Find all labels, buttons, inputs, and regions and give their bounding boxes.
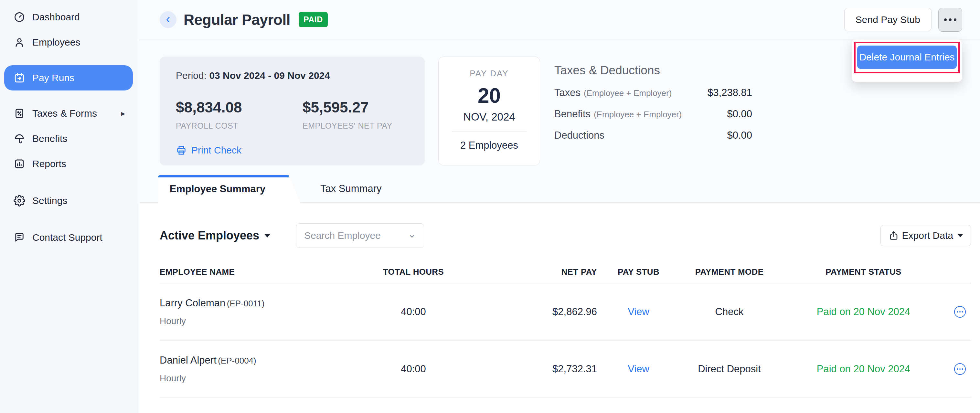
table-row: Larry Coleman (EP-0011) Hourly 40:00 $2,…: [160, 283, 971, 341]
chevron-right-icon: ▸: [121, 109, 127, 118]
benefits-icon: [13, 132, 26, 145]
tab-employee-summary[interactable]: Employee Summary: [158, 175, 300, 203]
column-header: PAYMENT STATUS: [779, 267, 948, 277]
payment-status-cell: Paid on 20 Nov 2024: [779, 306, 948, 318]
more-options-dropdown: Delete Journal Entries: [852, 40, 962, 82]
ellipsis-icon: [962, 311, 963, 313]
sidebar-item-pay-runs[interactable]: Pay Runs: [4, 65, 133, 91]
taxes-row: Taxes (Employee + Employer) $3,238.81: [554, 87, 752, 98]
column-header: PAY STUB: [597, 267, 680, 277]
pay-stub-view-link[interactable]: View: [597, 363, 680, 375]
sidebar-group-gap: [0, 91, 139, 101]
send-pay-stub-button[interactable]: Send Pay Stub: [844, 8, 932, 31]
taxes-deductions-panel: Taxes & Deductions Taxes (Employee + Emp…: [554, 57, 752, 165]
employee-name: Daniel Alpert: [160, 354, 216, 366]
deductions-row: Deductions $0.00: [554, 130, 752, 141]
sidebar-item-label: Contact Support: [32, 232, 102, 243]
net-pay-cell: $2,862.96: [444, 306, 597, 318]
export-icon: [889, 230, 899, 241]
sidebar-item-label: Dashboard: [32, 12, 80, 22]
employee-filter-label: Active Employees: [160, 229, 259, 242]
employees-count: 2 Employees: [439, 140, 540, 151]
net-pay-cell: $2,732.31: [444, 363, 597, 375]
sidebar-item-label: Employees: [32, 37, 80, 48]
sidebar: Dashboard Employees Pay Runs Taxes & For…: [0, 0, 139, 413]
sidebar-group-gap: [0, 176, 139, 188]
employee-id: (EP-0004): [218, 356, 256, 365]
search-employee-placeholder: Search Employee: [304, 230, 381, 241]
total-hours-cell: 40:00: [383, 363, 444, 375]
payroll-cost-value: $8,834.08: [176, 98, 302, 116]
tax-row-label: Benefits: [554, 108, 590, 120]
export-data-button[interactable]: Export Data: [880, 225, 971, 246]
sidebar-group-gap: [0, 55, 139, 65]
net-pay-block: $5,595.27 EMPLOYEES' NET PAY: [302, 98, 392, 130]
sidebar-item-dashboard[interactable]: Dashboard: [4, 5, 133, 30]
employee-id: (EP-0011): [227, 299, 265, 308]
sidebar-item-label: Settings: [32, 195, 67, 206]
ellipsis-icon: [962, 369, 963, 370]
sidebar-item-label: Pay Runs: [32, 72, 74, 83]
contact-support-icon: [13, 231, 26, 244]
tab-tax-summary[interactable]: Tax Summary: [300, 175, 401, 202]
column-header: NET PAY: [444, 267, 597, 277]
page-header: ‹ Regular Payroll PAID Send Pay Stub: [139, 0, 980, 40]
benefits-row: Benefits (Employee + Employer) $0.00: [554, 108, 752, 120]
sidebar-item-label: Taxes & Forms: [32, 108, 97, 119]
employee-name-cell: Daniel Alpert (EP-0004) Hourly: [160, 354, 383, 384]
row-actions-cell: [948, 363, 971, 375]
employee-name: Larry Coleman: [160, 297, 225, 309]
row-more-options-button[interactable]: [954, 363, 966, 375]
ellipsis-icon: [954, 18, 956, 21]
tax-row-value: $0.00: [727, 108, 752, 120]
dashboard-icon: [13, 11, 26, 24]
net-pay-value: $5,595.27: [302, 98, 392, 116]
sidebar-item-reports[interactable]: Reports: [4, 151, 133, 176]
tax-row-label: Taxes: [554, 87, 581, 98]
delete-journal-entries-button[interactable]: Delete Journal Entries: [857, 46, 957, 69]
row-more-options-button[interactable]: [954, 306, 966, 318]
net-pay-label: EMPLOYEES' NET PAY: [302, 121, 392, 130]
tab-content: Active Employees Search Employee ⌄ Expor…: [139, 203, 980, 413]
period-card: Period: 03 Nov 2024 - 09 Nov 2024 $8,834…: [160, 57, 425, 165]
sidebar-item-label: Reports: [32, 158, 66, 169]
pay-runs-icon: [13, 71, 26, 84]
tab-bar: Employee Summary Tax Summary: [139, 175, 980, 203]
taxes-forms-icon: [13, 107, 26, 120]
more-options-button[interactable]: [938, 8, 962, 32]
back-button[interactable]: ‹: [160, 11, 177, 28]
taxes-deductions-title: Taxes & Deductions: [554, 64, 752, 77]
row-actions-cell: [948, 306, 971, 318]
employee-filter-dropdown[interactable]: Active Employees: [160, 229, 270, 242]
pay-stub-view-link[interactable]: View: [597, 306, 680, 318]
caret-down-icon: [264, 234, 270, 238]
pay-day-month-year: NOV, 2024: [439, 111, 540, 123]
tax-row-sublabel: (Employee + Employer): [584, 88, 671, 98]
tax-row-label: Deductions: [554, 130, 605, 141]
column-header: PAYMENT MODE: [680, 267, 779, 277]
chevron-down-icon: ⌄: [408, 232, 416, 240]
search-employee-select[interactable]: Search Employee ⌄: [296, 223, 424, 248]
column-header: EMPLOYEE NAME: [160, 267, 383, 277]
status-badge: PAID: [299, 12, 328, 27]
employee-pay-type: Hourly: [160, 373, 383, 384]
payment-status-cell: Paid on 20 Nov 2024: [779, 363, 948, 375]
ellipsis-icon: [959, 369, 961, 370]
sidebar-item-contact-support[interactable]: Contact Support: [4, 225, 133, 250]
sidebar-item-settings[interactable]: Settings: [4, 188, 133, 213]
payroll-cost-label: PAYROLL COST: [176, 121, 302, 130]
employee-name-cell: Larry Coleman (EP-0011) Hourly: [160, 297, 383, 326]
back-chevron-icon: ‹: [166, 12, 170, 25]
settings-icon: [13, 194, 26, 207]
print-check-link[interactable]: Print Check: [176, 145, 242, 156]
sidebar-item-employees[interactable]: Employees: [4, 30, 133, 55]
pay-day-card: PAY DAY 20 NOV, 2024 2 Employees: [438, 57, 540, 165]
sidebar-item-taxes-forms[interactable]: Taxes & Forms ▸: [4, 101, 133, 126]
ellipsis-icon: [959, 311, 961, 313]
divider: [452, 132, 527, 132]
table-row: Daniel Alpert (EP-0004) Hourly 40:00 $2,…: [160, 341, 971, 398]
export-data-label: Export Data: [902, 230, 953, 241]
sidebar-item-benefits[interactable]: Benefits: [4, 126, 133, 151]
column-header: TOTAL HOURS: [383, 267, 444, 277]
period-label: Period:: [176, 70, 207, 81]
